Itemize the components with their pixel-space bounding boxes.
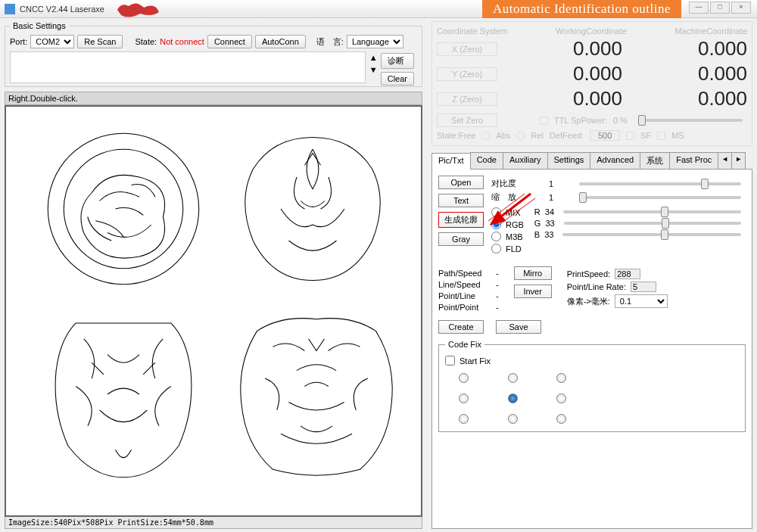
invert-button[interactable]: Inver bbox=[514, 285, 552, 298]
clear-button[interactable]: Clear bbox=[381, 72, 414, 86]
svg-point-0 bbox=[48, 133, 199, 285]
tab-code[interactable]: Code bbox=[470, 152, 503, 169]
basic-settings: Basic Settings Port: COM2 Re Scan State:… bbox=[5, 21, 422, 87]
create-button[interactable]: Create bbox=[438, 320, 484, 334]
rescan-button[interactable]: Re Scan bbox=[77, 35, 123, 48]
language-label: 语 言: bbox=[316, 36, 344, 48]
fld-radio[interactable] bbox=[491, 244, 501, 254]
set-zero-button[interactable]: Set Zero bbox=[437, 114, 497, 127]
mirror-button[interactable]: Mirro bbox=[514, 266, 552, 280]
tab-scroll-left[interactable]: ◄ bbox=[718, 152, 732, 169]
deffeed-input[interactable]: 500 bbox=[590, 130, 620, 141]
y-zero-button[interactable]: Y (Zero) bbox=[437, 67, 497, 81]
tab-auxiliary[interactable]: Auxiliary bbox=[503, 152, 548, 169]
px2mm-select[interactable]: 0.1 bbox=[615, 294, 668, 308]
z-mach-value: 0.000 bbox=[649, 87, 747, 110]
ttl-value: 0 % bbox=[613, 116, 628, 125]
r-slider[interactable] bbox=[563, 210, 741, 213]
y-work-value: 0.000 bbox=[524, 62, 622, 86]
fix-bl[interactable] bbox=[459, 414, 469, 424]
z-work-value: 0.000 bbox=[524, 87, 622, 110]
canvas-footer: ImageSize:540Pix*508Pix PrintSize:54mm*5… bbox=[5, 517, 422, 529]
log-down-button[interactable]: ▼ bbox=[369, 65, 378, 74]
maximize-button[interactable]: □ bbox=[710, 2, 730, 14]
g-value: 33 bbox=[545, 219, 554, 228]
coord-mach-label: MachineCoordinate bbox=[675, 26, 747, 36]
ttl-label: TTL SpPower: bbox=[554, 116, 607, 125]
contrast-label: 对比度 bbox=[491, 178, 544, 189]
deffeed-label: DefFeed: bbox=[550, 131, 584, 140]
tab-advanced[interactable]: Advanced bbox=[590, 152, 640, 169]
rel-radio[interactable] bbox=[516, 132, 525, 140]
diagnose-button[interactable]: 诊断 bbox=[381, 53, 414, 69]
plrate-input[interactable]: 5 bbox=[631, 282, 656, 292]
fix-tr[interactable] bbox=[556, 373, 566, 383]
tab-fast[interactable]: Fast Proc bbox=[669, 152, 718, 169]
x-zero-button[interactable]: X (Zero) bbox=[437, 42, 497, 56]
fix-tl[interactable] bbox=[459, 373, 469, 383]
save-button[interactable]: Save bbox=[496, 320, 541, 334]
title-bar: CNCC V2.44 Laseraxe Automatic Identifica… bbox=[0, 0, 757, 18]
text-button[interactable]: Text bbox=[438, 194, 484, 207]
connect-button[interactable]: Connect bbox=[207, 35, 252, 48]
codefix-legend: Code Fix bbox=[445, 340, 484, 349]
tab-system[interactable]: 系统 bbox=[640, 152, 670, 169]
m3b-radio[interactable] bbox=[491, 232, 501, 241]
port-select[interactable]: COM2 bbox=[30, 35, 74, 48]
coordinate-panel: Coordinate System WorkingCoordinate Mach… bbox=[431, 21, 752, 146]
g-slider[interactable] bbox=[564, 222, 741, 225]
state-value: Not connect bbox=[160, 37, 204, 46]
close-button[interactable]: × bbox=[731, 2, 751, 14]
abs-radio[interactable] bbox=[481, 132, 490, 140]
contrast-value: 1 bbox=[549, 179, 570, 188]
design-2 bbox=[233, 129, 392, 288]
banner: Automatic Identification outline bbox=[482, 0, 681, 18]
ttl-slider[interactable] bbox=[638, 119, 743, 122]
fix-ml[interactable] bbox=[459, 394, 469, 403]
zoom-value: 1 bbox=[549, 193, 570, 202]
code-fix: Code Fix Start Fix bbox=[438, 340, 746, 432]
tab-pic[interactable]: Pic/Txt bbox=[431, 153, 471, 170]
gray-button[interactable]: Gray bbox=[438, 232, 484, 246]
startfix-checkbox[interactable] bbox=[445, 356, 455, 366]
b-value: 33 bbox=[544, 230, 553, 239]
canvas[interactable] bbox=[5, 105, 422, 517]
print-speed-input[interactable]: 288 bbox=[615, 269, 640, 279]
log-up-button[interactable]: ▲ bbox=[369, 53, 378, 62]
b-slider[interactable] bbox=[562, 233, 741, 236]
outline-button[interactable]: 生成轮廓 bbox=[438, 212, 484, 228]
svg-line-2 bbox=[491, 194, 531, 224]
tab-settings[interactable]: Settings bbox=[547, 152, 591, 169]
language-select[interactable]: Language bbox=[347, 35, 403, 48]
log-area bbox=[10, 51, 366, 83]
tab-scroll-right[interactable]: ► bbox=[731, 152, 746, 169]
r-value: 34 bbox=[545, 207, 554, 216]
sf-checkbox[interactable] bbox=[626, 132, 634, 140]
svg-point-1 bbox=[64, 149, 183, 269]
z-zero-button[interactable]: Z (Zero) bbox=[437, 92, 497, 106]
fix-br[interactable] bbox=[556, 414, 566, 424]
fix-tc[interactable] bbox=[508, 373, 518, 383]
autoconn-button[interactable]: AutoConn bbox=[255, 35, 306, 48]
x-mach-value: 0.000 bbox=[649, 37, 747, 61]
tab-body: Open Text 生成轮廓 Gray 对比度 1 缩 放 1 bbox=[431, 170, 752, 529]
x-work-value: 0.000 bbox=[524, 37, 622, 61]
coord-work-label: WorkingCoordinate bbox=[556, 26, 627, 36]
fix-bc[interactable] bbox=[508, 414, 518, 424]
port-label: Port: bbox=[10, 37, 27, 46]
design-4 bbox=[233, 307, 400, 481]
fix-mc[interactable] bbox=[508, 394, 518, 403]
ms-checkbox[interactable] bbox=[657, 132, 665, 140]
app-icon bbox=[5, 4, 15, 14]
window-title: CNCC V2.44 Laseraxe bbox=[20, 5, 104, 14]
svg-line-4 bbox=[496, 198, 535, 227]
coord-sys-label: Coordinate System bbox=[437, 26, 508, 36]
minimize-button[interactable]: — bbox=[689, 2, 709, 14]
annotation-arrow bbox=[485, 192, 538, 230]
open-button[interactable]: Open bbox=[438, 176, 484, 189]
contrast-slider[interactable] bbox=[579, 182, 741, 185]
svg-line-3 bbox=[488, 194, 525, 221]
ttl-checkbox[interactable] bbox=[540, 117, 548, 125]
zoom-slider[interactable] bbox=[579, 196, 741, 199]
fix-mr[interactable] bbox=[556, 394, 566, 403]
